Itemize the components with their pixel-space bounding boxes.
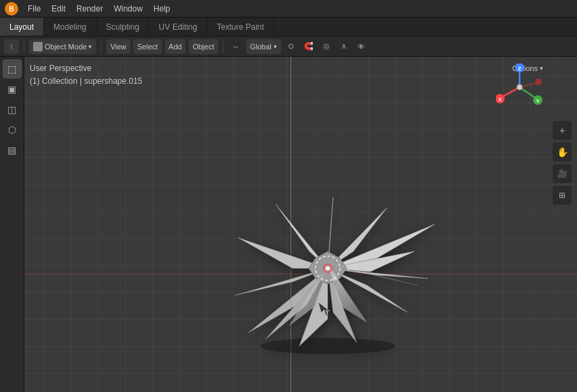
snap-icon[interactable]: 🧲 [301, 39, 316, 54]
render-mode-icon[interactable]: ⊞ [553, 186, 572, 205]
viewport-gizmo[interactable]: Z X Y [496, 64, 543, 111]
select-circle-icon[interactable]: ◫ [3, 100, 22, 119]
tab-modeling[interactable]: Modeling [44, 18, 97, 36]
divider-3 [223, 41, 224, 53]
mode-icon-1[interactable]: ↕ [4, 39, 19, 54]
chevron-down-icon-2: ▾ [274, 43, 277, 50]
camera-orbit-icon[interactable]: 🎥 [553, 164, 572, 183]
pan-icon[interactable]: ✋ [553, 143, 572, 162]
top-menubar: B File Edit Render Window Help [0, 0, 577, 18]
menu-file[interactable]: File [23, 3, 45, 15]
svg-point-15 [535, 78, 542, 85]
zoom-icon[interactable]: + [553, 121, 572, 140]
svg-text:Z: Z [518, 66, 522, 72]
right-panel-icons: + ✋ 🎥 ⊞ [553, 64, 572, 205]
transform-icon-1[interactable]: ↔ [228, 39, 243, 54]
select-tool-icon[interactable]: ⬚ [3, 59, 22, 78]
svg-line-16 [520, 87, 536, 99]
view-menu[interactable]: View [106, 39, 130, 54]
tab-uv-editing[interactable]: UV Editing [149, 18, 207, 36]
select-menu[interactable]: Select [133, 39, 162, 54]
select-box-icon[interactable]: ▣ [3, 80, 22, 99]
pivot-icon[interactable]: ⊙ [284, 39, 299, 54]
blender-logo-icon[interactable]: B [4, 1, 19, 16]
object-menu[interactable]: Object [189, 39, 218, 54]
xray-icon[interactable]: 👁 [354, 39, 369, 54]
tool-header: ↕ Object Mode ▾ View Select Add Object ↔… [0, 36, 577, 57]
object-mode-dropdown[interactable]: Object Mode ▾ [29, 39, 96, 54]
menu-edit[interactable]: Edit [47, 3, 70, 15]
viewport-3d[interactable]: User Perspective (1) Collection | supers… [24, 57, 577, 392]
mode-label: Object Mode [45, 43, 86, 51]
grid-overlay [24, 57, 577, 392]
select-extra-icon[interactable]: ▤ [3, 141, 22, 160]
y-axis-line [291, 57, 291, 392]
tab-sculpting[interactable]: Sculpting [97, 18, 149, 36]
transform-global-dropdown[interactable]: Global ▾ [246, 39, 281, 54]
gizmo-svg: Z X Y [496, 64, 543, 111]
menu-window[interactable]: Window [109, 3, 147, 15]
chevron-down-icon: ▾ [89, 43, 92, 50]
x-axis-line [24, 274, 577, 274]
workspace-tabs: Layout Modeling Sculpting UV Editing Tex… [0, 18, 577, 36]
tab-layout[interactable]: Layout [0, 18, 44, 36]
menu-render[interactable]: Render [72, 3, 107, 15]
svg-text:Y: Y [536, 98, 540, 104]
viewport-background [24, 57, 577, 392]
divider-1 [24, 41, 24, 53]
svg-text:X: X [498, 97, 502, 103]
proportional-icon[interactable]: ◎ [319, 39, 334, 54]
overlay-icon[interactable]: ∧ [336, 39, 351, 54]
menu-help[interactable]: Help [149, 3, 175, 15]
svg-line-11 [501, 87, 520, 97]
transform-label: Global [250, 43, 272, 51]
svg-point-19 [517, 84, 522, 90]
svg-text:B: B [9, 5, 14, 13]
tab-texture-paint[interactable]: Texture Paint [207, 18, 274, 36]
select-lasso-icon[interactable]: ⬡ [3, 120, 22, 139]
add-menu[interactable]: Add [165, 39, 186, 54]
divider-2 [101, 41, 101, 53]
left-toolbar: ⬚ ▣ ◫ ⬡ ▤ [0, 57, 24, 392]
